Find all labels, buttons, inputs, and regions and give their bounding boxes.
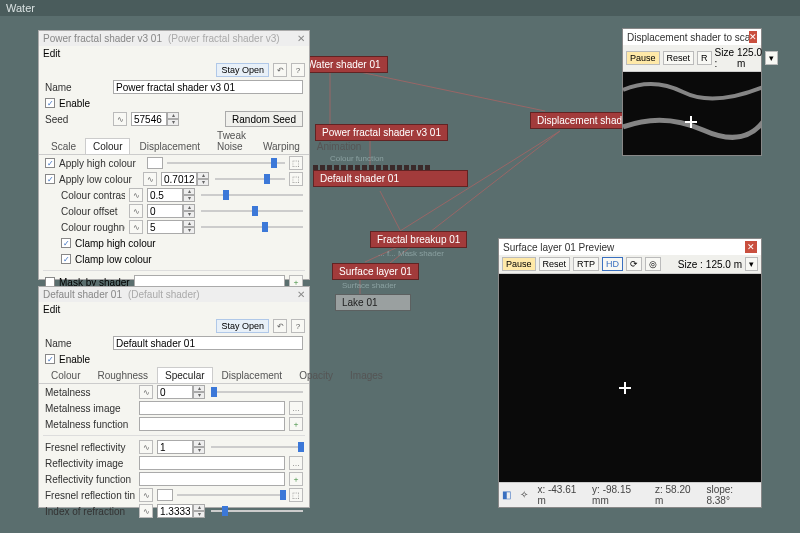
assign-shader-icon[interactable]: ＋ xyxy=(289,417,303,431)
preview-surface-layer[interactable]: Surface layer 01 Preview✕ Pause Reset RT… xyxy=(498,238,762,508)
panel-default-shader[interactable]: Default shader 01(Default shader) ✕ Edit… xyxy=(38,286,310,508)
node-water-shader[interactable]: Water shader 01 xyxy=(300,56,388,73)
name-field[interactable] xyxy=(113,80,303,94)
dropdown-icon[interactable]: ▾ xyxy=(765,51,778,65)
stay-open-button[interactable]: Stay Open xyxy=(216,319,269,333)
seed-stepper[interactable]: ▴▾ xyxy=(131,112,181,126)
colour-picker-icon[interactable]: ⬚ xyxy=(289,488,303,502)
name-field[interactable] xyxy=(113,336,303,350)
enable-checkbox[interactable]: ✓ xyxy=(45,98,55,108)
crosshair-icon xyxy=(619,382,631,394)
edit-label[interactable]: Edit xyxy=(43,48,60,59)
label-surface-shader: Surface shader xyxy=(342,281,396,290)
reset-button[interactable]: Reset xyxy=(663,51,695,65)
ior-stepper[interactable]: ▴▾ xyxy=(157,504,207,518)
colour-swatch-high[interactable] xyxy=(147,157,163,169)
preview-displacement[interactable]: Displacement shader to scalar 01 Preview… xyxy=(622,28,762,156)
refl-function-field[interactable] xyxy=(139,472,285,486)
function-icon[interactable]: ∿ xyxy=(139,504,153,518)
function-icon[interactable]: ∿ xyxy=(139,488,153,502)
colour-roughness-stepper[interactable]: ▴▾ xyxy=(147,220,197,234)
tab-colour[interactable]: Colour xyxy=(85,138,130,154)
function-icon[interactable]: ∿ xyxy=(139,440,153,454)
node-surface-layer[interactable]: Surface layer 01 xyxy=(332,263,419,280)
preview-viewport[interactable] xyxy=(499,274,761,482)
colour-picker-icon[interactable]: ⬚ xyxy=(289,156,303,170)
tab-animation[interactable]: Animation xyxy=(309,138,369,154)
metalness-function-field[interactable] xyxy=(139,417,285,431)
clamp-high-checkbox[interactable]: ✓ xyxy=(61,238,71,248)
enable-checkbox[interactable]: ✓ xyxy=(45,354,55,364)
apply-high-slider[interactable] xyxy=(167,158,285,168)
preview-viewport[interactable] xyxy=(623,72,761,155)
close-icon[interactable]: ✕ xyxy=(749,31,757,43)
apply-low-slider[interactable] xyxy=(215,174,285,184)
undo-icon[interactable]: ↶ xyxy=(273,319,287,333)
undo-icon[interactable]: ↶ xyxy=(273,63,287,77)
colour-contrast-slider[interactable] xyxy=(201,190,303,200)
fresnel-refl-stepper[interactable]: ▴▾ xyxy=(157,440,207,454)
refl-image-field[interactable] xyxy=(139,456,285,470)
function-icon[interactable]: ∿ xyxy=(129,188,143,202)
tab-images[interactable]: Images xyxy=(342,367,391,383)
toggle-icon[interactable]: ◧ xyxy=(502,489,514,501)
apply-low-checkbox[interactable]: ✓ xyxy=(45,174,55,184)
fresnel-tint-slider[interactable] xyxy=(177,490,285,500)
function-icon[interactable]: ∿ xyxy=(129,220,143,234)
page-title: Water xyxy=(0,0,800,16)
panel-power-fractal[interactable]: Power fractal shader v3 01(Power fractal… xyxy=(38,30,310,280)
tool-icon[interactable]: ⟳ xyxy=(626,257,642,271)
clamp-low-checkbox[interactable]: ✓ xyxy=(61,254,71,264)
rtp-button[interactable]: RTP xyxy=(573,257,599,271)
ior-slider[interactable] xyxy=(211,506,303,516)
tab-specular[interactable]: Specular xyxy=(157,367,212,383)
close-icon[interactable]: ✕ xyxy=(297,289,305,300)
dropdown-icon[interactable]: ▾ xyxy=(745,257,758,271)
help-icon[interactable]: ? xyxy=(291,63,305,77)
tab-displacement[interactable]: Displacement xyxy=(214,367,291,383)
node-lake[interactable]: Lake 01 xyxy=(335,294,411,311)
r-button[interactable]: R xyxy=(697,51,712,65)
assign-shader-icon[interactable]: ＋ xyxy=(289,472,303,486)
hd-button[interactable]: HD xyxy=(602,257,623,271)
colour-offset-stepper[interactable]: ▴▾ xyxy=(147,204,197,218)
tabs: Colour Roughness Specular Displacement O… xyxy=(39,367,309,384)
tab-opacity[interactable]: Opacity xyxy=(291,367,341,383)
close-icon[interactable]: ✕ xyxy=(297,33,305,44)
node-default-shader[interactable]: Default shader 01 xyxy=(313,164,468,187)
metalness-image-field[interactable] xyxy=(139,401,285,415)
apply-high-checkbox[interactable]: ✓ xyxy=(45,158,55,168)
wand-icon[interactable]: ✧ xyxy=(520,489,532,501)
function-icon[interactable]: ∿ xyxy=(129,204,143,218)
browse-icon[interactable]: … xyxy=(289,401,303,415)
close-icon[interactable]: ✕ xyxy=(745,241,757,253)
function-icon[interactable]: ∿ xyxy=(143,172,157,186)
pause-button[interactable]: Pause xyxy=(502,257,536,271)
colour-picker-icon[interactable]: ⬚ xyxy=(289,172,303,186)
tab-roughness[interactable]: Roughness xyxy=(89,367,156,383)
tab-scale[interactable]: Scale xyxy=(43,138,84,154)
pause-button[interactable]: Pause xyxy=(626,51,660,65)
browse-icon[interactable]: … xyxy=(289,456,303,470)
apply-low-stepper[interactable]: ▴▾ xyxy=(161,172,211,186)
colour-swatch-tint[interactable] xyxy=(157,489,173,501)
colour-contrast-stepper[interactable]: ▴▾ xyxy=(147,188,197,202)
help-icon[interactable]: ? xyxy=(291,319,305,333)
colour-offset-slider[interactable] xyxy=(201,206,303,216)
function-icon[interactable]: ∿ xyxy=(139,385,153,399)
tab-colour[interactable]: Colour xyxy=(43,367,88,383)
stay-open-button[interactable]: Stay Open xyxy=(216,63,269,77)
random-seed-button[interactable]: Random Seed xyxy=(225,111,303,127)
fresnel-refl-slider[interactable] xyxy=(211,442,303,452)
seed-function-icon[interactable]: ∿ xyxy=(113,112,127,126)
tool-icon[interactable]: ◎ xyxy=(645,257,661,271)
metalness-stepper[interactable]: ▴▾ xyxy=(157,385,207,399)
tab-warping[interactable]: Warping xyxy=(255,138,308,154)
edit-label[interactable]: Edit xyxy=(43,304,60,315)
tab-displacement[interactable]: Displacement xyxy=(131,138,208,154)
colour-roughness-slider[interactable] xyxy=(201,222,303,232)
tab-tweak-noise[interactable]: Tweak Noise xyxy=(209,127,254,154)
node-fractal-breakup[interactable]: Fractal breakup 01 xyxy=(370,231,467,248)
metalness-slider[interactable] xyxy=(211,387,303,397)
reset-button[interactable]: Reset xyxy=(539,257,571,271)
